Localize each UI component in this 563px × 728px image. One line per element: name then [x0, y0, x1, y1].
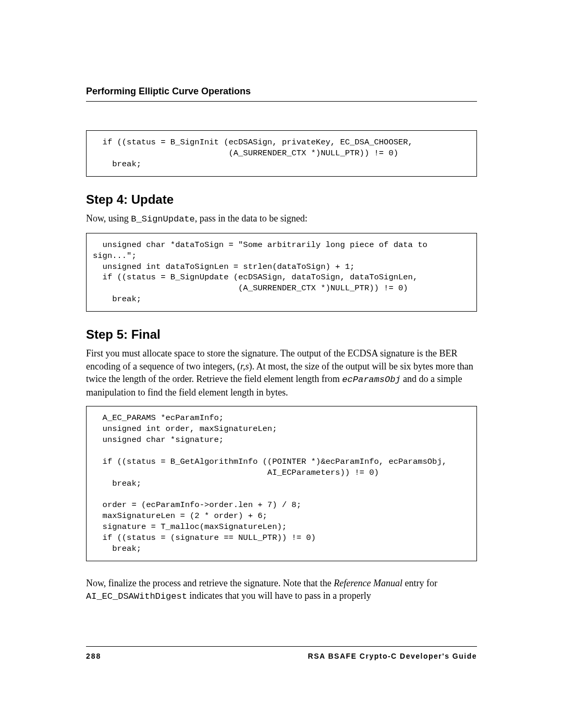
page: Performing Elliptic Curve Operations if …	[0, 0, 563, 728]
step4-paragraph: Now, using B_SignUpdate, pass in the dat…	[86, 212, 477, 226]
inline-italic: Reference Manual	[334, 578, 402, 588]
footer-title: RSA BSAFE Crypto-C Developer's Guide	[308, 652, 477, 660]
step5-heading: Step 5: Final	[86, 327, 477, 342]
inline-code: AI_EC_DSAWithDigest	[86, 591, 187, 601]
code-block-getalgorithminfo: A_EC_PARAMS *ecParamInfo; unsigned int o…	[86, 406, 477, 561]
footer-rule	[86, 646, 477, 647]
text: entry for	[402, 578, 437, 588]
step4-heading: Step 4: Update	[86, 192, 477, 207]
code-block-signupdate: unsigned char *dataToSign = "Some arbitr…	[86, 233, 477, 312]
text: Now, finalize the process and retrieve t…	[86, 578, 334, 588]
code-block-signinit: if ((status = B_SignInit (ecDSASign, pri…	[86, 130, 477, 177]
header-rule	[86, 101, 477, 102]
page-footer: 288 RSA BSAFE Crypto-C Developer's Guide	[86, 646, 477, 660]
text: Now, using	[86, 213, 131, 224]
footer-row: 288 RSA BSAFE Crypto-C Developer's Guide	[86, 652, 477, 660]
inline-italic: r,s	[240, 361, 249, 372]
text: , pass in the data to be signed:	[195, 213, 308, 224]
section-header: Performing Elliptic Curve Operations	[86, 86, 477, 97]
step5-paragraph: First you must allocate space to store t…	[86, 347, 477, 399]
page-number: 288	[86, 652, 101, 660]
inline-code: B_SignUpdate	[131, 214, 194, 224]
text: indicates that you will have to pass in …	[187, 590, 371, 601]
inline-code: ecParamsObj	[342, 375, 400, 385]
closing-paragraph: Now, finalize the process and retrieve t…	[86, 577, 477, 603]
